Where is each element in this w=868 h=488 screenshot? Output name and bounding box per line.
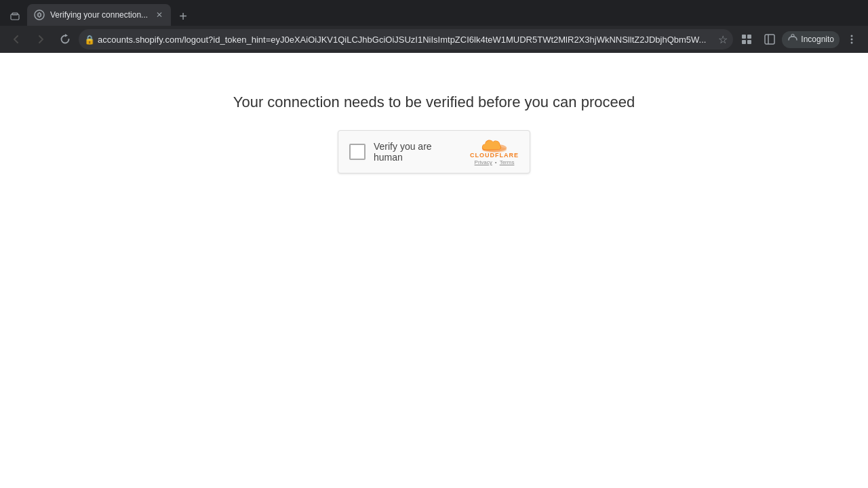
toolbar: 🔒 accounts.shopify.com/logout?id_token_h… <box>0 26 868 53</box>
tab-favicon <box>34 9 45 20</box>
tab-close-button[interactable]: ✕ <box>153 9 165 21</box>
cloudflare-text: CLOUDFLARE <box>470 152 519 159</box>
svg-point-12 <box>851 39 853 41</box>
page-content: Your connection needs to be verified bef… <box>0 53 868 174</box>
incognito-icon <box>787 33 798 46</box>
sidebar-button[interactable] <box>759 28 781 50</box>
svg-point-10 <box>791 34 794 37</box>
terms-link[interactable]: Terms <box>500 159 515 165</box>
tab-bar: Verifying your connection... ✕ + <box>0 0 868 26</box>
address-text: accounts.shopify.com/logout?id_token_hin… <box>98 35 715 45</box>
back-button[interactable] <box>5 28 27 50</box>
tab-search-button[interactable] <box>5 7 24 26</box>
captcha-checkbox[interactable] <box>349 144 366 160</box>
active-tab[interactable]: Verifying your connection... ✕ <box>27 4 171 26</box>
address-bar[interactable]: 🔒 accounts.shopify.com/logout?id_token_h… <box>79 29 733 49</box>
reload-button[interactable] <box>54 28 76 50</box>
captcha-label[interactable]: Verify you are human <box>374 141 462 163</box>
incognito-button[interactable]: Incognito <box>782 31 840 48</box>
bookmark-button[interactable]: ☆ <box>718 33 728 46</box>
svg-rect-7 <box>747 40 751 44</box>
lock-icon: 🔒 <box>84 35 95 45</box>
cloudflare-logo: CLOUDFLARE Privacy • Terms <box>470 138 519 165</box>
svg-rect-5 <box>747 35 751 39</box>
captcha-widget: Verify you are human CLOUDFLARE Privacy … <box>338 130 530 174</box>
cloudflare-cloud-icon <box>481 138 508 153</box>
toolbar-right: Incognito <box>736 28 863 50</box>
tab-title: Verifying your connection... <box>50 10 148 20</box>
svg-rect-8 <box>765 35 774 44</box>
svg-point-2 <box>35 10 44 20</box>
incognito-label: Incognito <box>801 35 834 44</box>
new-tab-button[interactable]: + <box>174 7 193 26</box>
svg-rect-6 <box>742 40 746 44</box>
forward-button[interactable] <box>30 28 52 50</box>
svg-rect-4 <box>742 35 746 39</box>
svg-point-11 <box>851 35 853 37</box>
cloudflare-links: Privacy • Terms <box>475 159 515 165</box>
svg-point-13 <box>851 42 853 44</box>
extensions-button[interactable] <box>736 28 757 50</box>
browser-chrome: Verifying your connection... ✕ + 🔒 accou… <box>0 0 868 53</box>
menu-button[interactable] <box>841 28 863 50</box>
privacy-link[interactable]: Privacy <box>475 159 492 165</box>
svg-point-3 <box>37 13 41 17</box>
page-heading: Your connection needs to be verified bef… <box>233 94 635 111</box>
